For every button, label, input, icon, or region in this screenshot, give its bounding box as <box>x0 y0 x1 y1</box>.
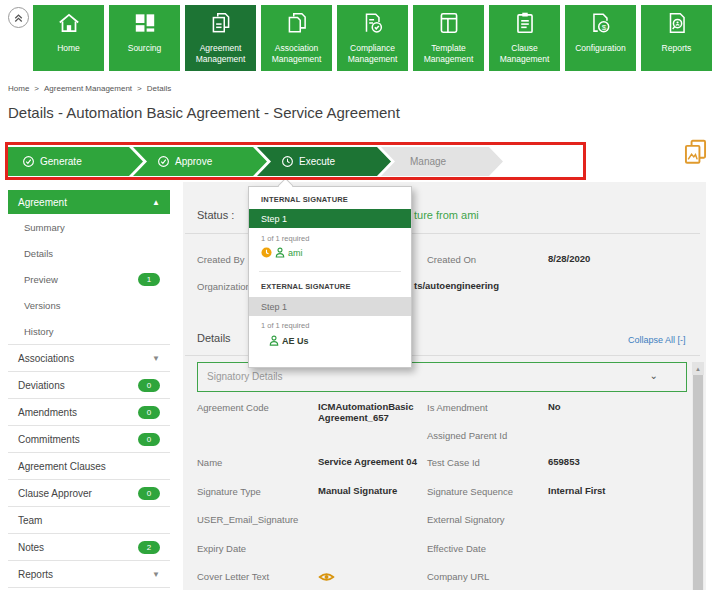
sidebar-item-label: Versions <box>24 300 60 311</box>
sidebar-item-deviations[interactable]: Deviations 0 <box>8 372 170 399</box>
tile-label: Compliance Management <box>339 43 406 64</box>
template-layout-icon <box>413 10 484 36</box>
chevron-down-icon: ▼ <box>152 570 160 579</box>
sidebar-item-label: History <box>24 326 54 337</box>
internal-signer-row[interactable]: ami <box>261 247 303 258</box>
sidebar-item-agreement-clauses[interactable]: Agreement Clauses <box>8 453 170 480</box>
compliance-check-doc-icon <box>337 10 408 36</box>
collapse-all-link[interactable]: Collapse All [-] <box>628 335 686 345</box>
field-label: Company URL <box>427 571 489 582</box>
tile-agreement-management[interactable]: Agreement Management <box>185 5 256 71</box>
stage-label: Approve <box>175 156 212 167</box>
tile-template-management[interactable]: Template Management <box>413 5 484 71</box>
field-label: Signature Type <box>197 486 261 497</box>
external-signer-row[interactable]: AE Us <box>269 335 309 346</box>
tile-label: Configuration <box>567 43 634 54</box>
tile-home[interactable]: Home <box>33 5 104 71</box>
sidebar-item-history[interactable]: History <box>8 318 170 344</box>
check-circle-icon <box>22 155 35 168</box>
preview-eye-icon[interactable] <box>318 569 335 587</box>
sidebar-item-label: Preview <box>24 274 58 285</box>
sidebar-item-commitments[interactable]: Commitments 0 <box>8 426 170 453</box>
tile-label: Reports <box>643 43 710 54</box>
collapse-tilebar-button[interactable] <box>8 7 29 28</box>
field-label: External Signatory <box>427 514 505 525</box>
sidebar-item-clause-approver[interactable]: Clause Approver 0 <box>8 480 170 507</box>
stage-execute[interactable]: Execute <box>257 147 391 176</box>
signer-name: ami <box>288 248 303 258</box>
tile-reports[interactable]: Reports <box>641 5 712 71</box>
stage-label: Manage <box>410 156 446 167</box>
external-step-row[interactable]: Step 1 <box>249 297 411 316</box>
sidebar-item-amendments[interactable]: Amendments 0 <box>8 399 170 426</box>
internal-required-text: 1 of 1 required <box>261 234 309 243</box>
sidebar-item-versions[interactable]: Versions <box>8 292 170 318</box>
count-badge: 0 <box>138 379 160 392</box>
chevron-down-icon: ⌄ <box>650 370 658 381</box>
sidebar-item-label: Details <box>24 248 53 259</box>
internal-step-row[interactable]: Step 1 <box>249 209 411 228</box>
external-signature-header: EXTERNAL SIGNATURE <box>261 282 351 291</box>
breadcrumb-agreement-management[interactable]: Agreement Management <box>44 84 132 93</box>
count-badge: 1 <box>138 273 160 286</box>
double-chevron-up-icon <box>12 11 25 24</box>
field-label: Assigned Parent Id <box>427 430 507 441</box>
created-on-label: Created On <box>427 254 476 265</box>
tile-sourcing[interactable]: Sourcing <box>109 5 180 71</box>
tile-compliance-management[interactable]: Compliance Management <box>337 5 408 71</box>
sidebar-item-notes[interactable]: Notes 2 <box>8 534 170 561</box>
signer-name: AE Us <box>282 336 309 346</box>
association-docs-icon <box>261 10 332 36</box>
field-value: Internal First <box>548 485 606 496</box>
field-value: Service Agreement 04 <box>318 456 417 467</box>
details-section-header: Details <box>197 332 231 344</box>
count-badge: 2 <box>138 541 160 554</box>
field-label: Signature Sequence <box>427 486 513 497</box>
sidebar-item-label: Commitments <box>18 434 80 445</box>
copy-document-icon[interactable] <box>682 138 709 169</box>
scrollbar-thumb[interactable] <box>693 375 703 590</box>
sidebar-item-details[interactable]: Details <box>8 240 170 266</box>
created-by-label: Created By <box>197 254 245 265</box>
chevron-down-icon: ▼ <box>152 354 160 363</box>
sidebar-item-summary[interactable]: Summary <box>8 214 170 240</box>
tile-configuration[interactable]: $ Configuration <box>565 5 636 71</box>
sidebar-item-label: Agreement Clauses <box>18 461 106 472</box>
tile-label: Sourcing <box>111 43 178 54</box>
tile-association-management[interactable]: Association Management <box>261 5 332 71</box>
tile-clause-management[interactable]: Clause Management <box>489 5 560 71</box>
vertical-scrollbar[interactable]: ▲ <box>692 362 704 590</box>
check-circle-icon <box>157 155 170 168</box>
field-value: No <box>548 401 561 412</box>
scroll-up-arrow-icon[interactable]: ▲ <box>692 362 704 375</box>
page-title: Details - Automation Basic Agreement - S… <box>8 104 400 121</box>
configuration-doc-dollar-icon: $ <box>565 10 636 36</box>
module-tilebar: Home Sourcing Agreement Management <box>33 5 712 71</box>
breadcrumb-home[interactable]: Home <box>8 84 29 93</box>
sidebar-item-team[interactable]: Team <box>8 507 170 534</box>
clock-icon <box>281 155 294 168</box>
sidebar-item-label: Notes <box>18 542 44 553</box>
signatory-details-title: Signatory Details <box>207 371 283 382</box>
field-value: Manual Signature <box>318 485 397 496</box>
sidebar-item-reports[interactable]: Reports ▼ <box>8 561 170 588</box>
sidebar-item-label: Amendments <box>18 407 77 418</box>
status-label: Status : <box>197 209 234 221</box>
stage-generate[interactable]: Generate <box>8 147 143 176</box>
field-label: Agreement Code <box>197 402 269 413</box>
sidebar-item-preview[interactable]: Preview 1 <box>8 266 170 292</box>
stage-approve[interactable]: Approve <box>133 147 267 176</box>
count-badge: 0 <box>138 406 160 419</box>
pending-clock-icon <box>261 247 272 258</box>
breadcrumb-details: Details <box>147 84 171 93</box>
external-required-text: 1 of 1 required <box>261 321 309 330</box>
field-label: Cover Letter Text <box>197 571 269 582</box>
sidebar-item-associations[interactable]: Associations ▼ <box>8 345 170 372</box>
stage-manage[interactable]: Manage <box>381 147 503 176</box>
breadcrumb-separator: > <box>137 84 142 93</box>
sidebar-section-agreement[interactable]: Agreement ▲ <box>8 190 170 214</box>
tile-label: Agreement Management <box>187 43 254 64</box>
field-value: 659853 <box>548 456 580 467</box>
step-label: Step 1 <box>261 302 287 312</box>
tile-label: Home <box>35 43 102 54</box>
